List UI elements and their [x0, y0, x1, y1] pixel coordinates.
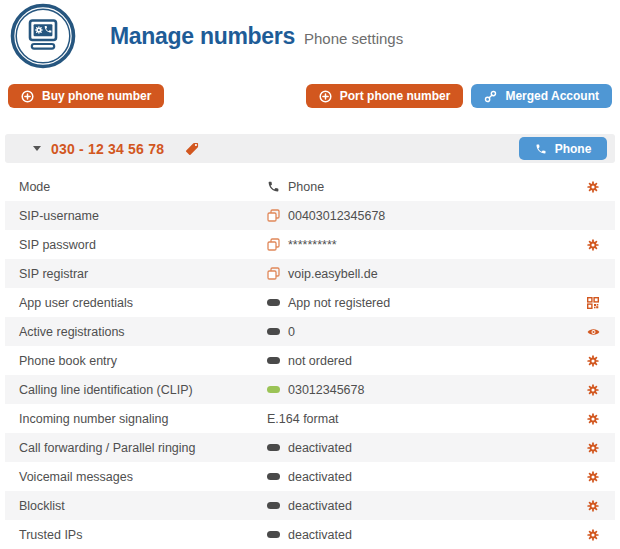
setting-value: deactivated	[288, 499, 352, 513]
phone-type-label: Phone	[555, 142, 592, 156]
settings-row: Phone book entrynot ordered	[5, 346, 615, 375]
gear-icon[interactable]	[587, 413, 599, 425]
setting-label: SIP-username	[19, 209, 267, 223]
setting-label: SIP password	[19, 238, 267, 252]
gear-icon[interactable]	[587, 500, 599, 512]
toolbar: Buy phone number Port phone number Merge…	[0, 72, 620, 108]
tag-icon[interactable]	[184, 141, 200, 157]
settings-row: Active registrations0	[5, 317, 615, 346]
gear-icon[interactable]	[587, 239, 599, 251]
page-header: Manage numbers Phone settings	[0, 0, 620, 72]
setting-value: deactivated	[288, 528, 352, 542]
setting-value: App not registered	[288, 296, 390, 310]
buy-phone-number-button[interactable]: Buy phone number	[8, 84, 164, 108]
pill-dark-icon	[267, 299, 280, 306]
pill-green-icon	[267, 386, 280, 393]
setting-value: deactivated	[288, 441, 352, 455]
gear-icon[interactable]	[587, 384, 599, 396]
setting-value-cell: not ordered	[267, 354, 585, 368]
settings-row: Call forwarding / Parallel ringingdeacti…	[5, 433, 615, 462]
setting-value-cell: E.164 format	[267, 412, 585, 426]
setting-value: Phone	[288, 180, 324, 194]
setting-value-cell: App not registered	[267, 296, 585, 310]
row-action-cell	[585, 500, 601, 512]
copy-icon[interactable]	[267, 267, 280, 280]
buy-phone-number-label: Buy phone number	[42, 89, 151, 103]
setting-value-cell: deactivated	[267, 441, 585, 455]
phone-icon	[535, 143, 547, 155]
setting-label: App user credentials	[19, 296, 267, 310]
row-action-cell	[585, 529, 601, 541]
gear-icon[interactable]	[587, 471, 599, 483]
phone-type-button[interactable]: Phone	[519, 137, 607, 160]
setting-value: 00403012345678	[288, 209, 385, 223]
eye-icon[interactable]	[587, 327, 600, 337]
settings-row: App user credentialsApp not registered	[5, 288, 615, 317]
setting-value: 0	[288, 325, 295, 339]
settings-row: SIP registrarvoip.easybell.de	[5, 259, 615, 288]
merged-account-button[interactable]: Merged Account	[471, 84, 612, 108]
row-action-cell	[585, 384, 601, 396]
gear-icon[interactable]	[587, 529, 599, 541]
gear-icon[interactable]	[587, 442, 599, 454]
row-action-cell	[585, 442, 601, 454]
plus-circle-icon	[21, 90, 34, 103]
row-action-cell	[585, 413, 601, 425]
setting-label: Voicemail messages	[19, 470, 267, 484]
page-subtitle: Phone settings	[304, 30, 403, 47]
pill-dark-icon	[267, 357, 280, 364]
plus-circle-icon	[319, 90, 332, 103]
row-action-cell	[585, 355, 601, 367]
settings-row: Blocklistdeactivated	[5, 491, 615, 520]
setting-value: E.164 format	[267, 412, 339, 426]
pill-dark-icon	[267, 502, 280, 509]
setting-value: **********	[288, 238, 337, 252]
phone-number: 030 - 12 34 56 78	[51, 141, 164, 157]
copy-icon[interactable]	[267, 238, 280, 251]
row-action-cell	[585, 327, 601, 337]
settings-row: ModePhone	[5, 172, 615, 201]
page-title: Manage numbers	[110, 23, 295, 50]
gear-icon[interactable]	[587, 181, 599, 193]
phone-icon	[267, 180, 280, 193]
gear-icon[interactable]	[587, 355, 599, 367]
setting-label: Blocklist	[19, 499, 267, 513]
settings-row: Trusted IPsdeactivated	[5, 520, 615, 549]
row-action-cell	[585, 297, 601, 309]
copy-icon[interactable]	[267, 209, 280, 222]
setting-value-cell: deactivated	[267, 470, 585, 484]
qr-code-icon[interactable]	[587, 297, 599, 309]
number-accordion-header[interactable]: 030 - 12 34 56 78 Phone	[5, 134, 615, 163]
pill-dark-icon	[267, 328, 280, 335]
setting-value-cell: deactivated	[267, 528, 585, 542]
setting-label: Trusted IPs	[19, 528, 267, 542]
pill-dark-icon	[267, 473, 280, 480]
row-action-cell	[585, 181, 601, 193]
setting-value-cell: 03012345678	[267, 383, 585, 397]
setting-label: Mode	[19, 180, 267, 194]
setting-label: Phone book entry	[19, 354, 267, 368]
setting-label: Call forwarding / Parallel ringing	[19, 441, 267, 455]
setting-value: 03012345678	[288, 383, 364, 397]
settings-row: Voicemail messagesdeactivated	[5, 462, 615, 491]
settings-row: Incoming number signalingE.164 format	[5, 404, 615, 433]
settings-row: SIP-username00403012345678	[5, 201, 615, 230]
setting-value: not ordered	[288, 354, 352, 368]
computer-phone-logo-icon	[10, 3, 76, 69]
caret-down-icon	[33, 146, 41, 151]
setting-value: voip.easybell.de	[288, 267, 378, 281]
port-phone-number-label: Port phone number	[340, 89, 451, 103]
row-action-cell	[585, 239, 601, 251]
row-action-cell	[585, 471, 601, 483]
setting-value-cell: deactivated	[267, 499, 585, 513]
page-titles: Manage numbers Phone settings	[110, 23, 403, 50]
setting-label: SIP registrar	[19, 267, 267, 281]
setting-value-cell: 00403012345678	[267, 209, 585, 223]
setting-value-cell: voip.easybell.de	[267, 267, 585, 281]
port-phone-number-button[interactable]: Port phone number	[306, 84, 464, 108]
setting-label: Active registrations	[19, 325, 267, 339]
pill-dark-icon	[267, 531, 280, 538]
setting-value-cell: **********	[267, 238, 585, 252]
setting-label: Calling line identification (CLIP)	[19, 383, 267, 397]
setting-value: deactivated	[288, 470, 352, 484]
